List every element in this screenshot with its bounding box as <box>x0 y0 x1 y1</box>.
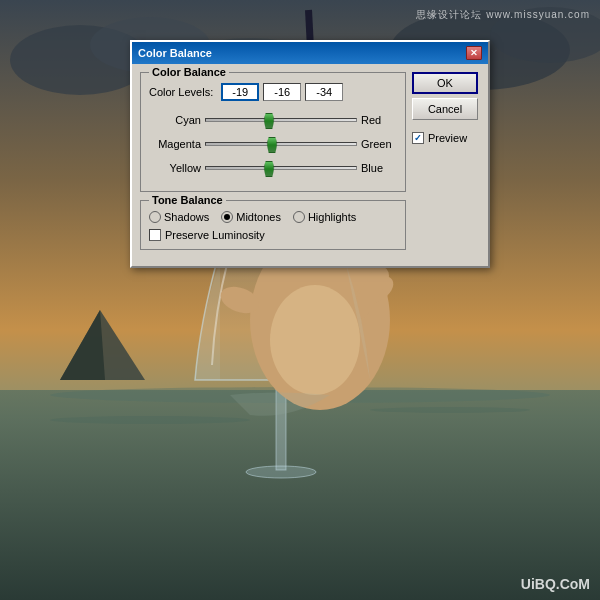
midtones-radio[interactable]: Midtones <box>221 211 281 223</box>
cyan-red-track <box>205 118 357 122</box>
preview-row: ✓ Preview <box>412 132 480 144</box>
watermark-bottom: UiBQ.CoM <box>521 576 590 592</box>
green-label: Green <box>361 138 397 150</box>
cyan-label: Cyan <box>149 114 201 126</box>
level-input-2[interactable] <box>263 83 301 101</box>
highlights-radio-circle <box>293 211 305 223</box>
color-levels-label: Color Levels: <box>149 86 213 98</box>
ok-button[interactable]: OK <box>412 72 478 94</box>
magenta-label: Magenta <box>149 138 201 150</box>
cyan-red-slider-row: Cyan Red <box>149 111 397 129</box>
shadows-radio-circle <box>149 211 161 223</box>
magenta-green-slider-row: Magenta Green <box>149 135 397 153</box>
color-levels-row: Color Levels: <box>149 83 397 101</box>
dialog-titlebar: Color Balance ✕ <box>132 42 488 64</box>
dialog-body: Color Balance Color Levels: Cyan <box>132 64 488 266</box>
midtones-radio-circle <box>221 211 233 223</box>
yellow-blue-slider-row: Yellow Blue <box>149 159 397 177</box>
level-input-1[interactable] <box>221 83 259 101</box>
cyan-red-slider[interactable] <box>205 111 357 129</box>
magenta-green-slider[interactable] <box>205 135 357 153</box>
svg-point-32 <box>270 285 360 395</box>
red-label: Red <box>361 114 397 126</box>
dialog-main: Color Balance Color Levels: Cyan <box>140 72 406 258</box>
yellow-blue-thumb[interactable] <box>264 161 275 177</box>
preserve-checkbox[interactable] <box>149 229 161 241</box>
magenta-green-track <box>205 142 357 146</box>
preserve-label: Preserve Luminosity <box>165 229 265 241</box>
watermark-top: 思缘设计论坛 www.missyuan.com <box>416 8 590 22</box>
blue-label: Blue <box>361 162 397 174</box>
svg-point-12 <box>246 466 316 478</box>
color-balance-dialog: Color Balance ✕ Color Balance Color Leve… <box>130 40 490 268</box>
color-balance-group: Color Balance Color Levels: Cyan <box>140 72 406 192</box>
dialog-buttons: OK Cancel ✓ Preview <box>412 72 480 258</box>
shadows-radio[interactable]: Shadows <box>149 211 209 223</box>
preserve-row: Preserve Luminosity <box>149 229 397 241</box>
cancel-button[interactable]: Cancel <box>412 98 478 120</box>
highlights-radio-label: Highlights <box>308 211 356 223</box>
preview-label: Preview <box>428 132 467 144</box>
level-input-3[interactable] <box>305 83 343 101</box>
shadows-radio-label: Shadows <box>164 211 209 223</box>
highlights-radio[interactable]: Highlights <box>293 211 356 223</box>
close-button[interactable]: ✕ <box>466 46 482 60</box>
yellow-label: Yellow <box>149 162 201 174</box>
svg-point-9 <box>50 416 250 424</box>
preview-checkbox[interactable]: ✓ <box>412 132 424 144</box>
cyan-red-thumb[interactable] <box>264 113 275 129</box>
yellow-blue-slider[interactable] <box>205 159 357 177</box>
tone-balance-label: Tone Balance <box>149 194 226 206</box>
dialog-title: Color Balance <box>138 47 212 59</box>
magenta-green-thumb[interactable] <box>267 137 278 153</box>
tone-balance-group: Tone Balance Shadows Midtones <box>140 200 406 250</box>
yellow-blue-track <box>205 166 357 170</box>
tone-radio-row: Shadows Midtones Highlights <box>149 211 397 223</box>
midtones-radio-label: Midtones <box>236 211 281 223</box>
color-balance-label: Color Balance <box>149 66 229 78</box>
svg-point-10 <box>370 407 530 413</box>
